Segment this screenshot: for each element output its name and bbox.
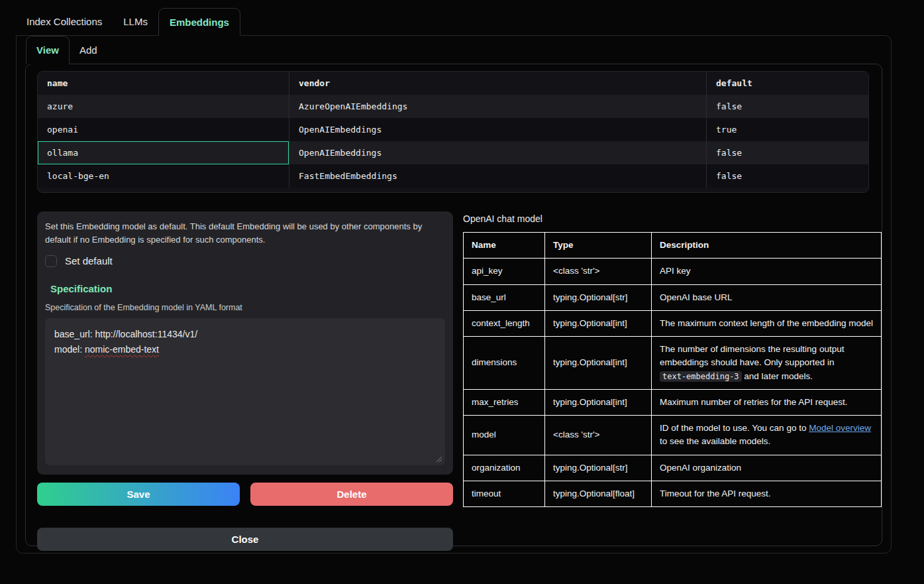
tab-llms[interactable]: LLMs [113,8,158,35]
view-tab-panel: namevendordefaultazureAzureOpenAIEmbeddi… [25,64,882,546]
docs-cell-name: max_retries [464,389,545,415]
docs-cell-type: typing.Optional[int] [545,310,652,336]
docs-cell-description: The number of dimensions the resulting o… [652,337,882,390]
docs-cell-name: context_length [464,310,545,336]
table-row[interactable]: ollamaOpenAIEmbeddingsfalse [38,141,868,164]
sub-tabbar: ViewAdd [26,36,891,64]
set-default-description: Set this Embedding model as default. Thi… [45,220,445,247]
docs-cell-type: typing.Optional[int] [545,337,652,390]
main-tabbar: Index CollectionsLLMsEmbeddings [16,8,924,35]
set-default-checkbox[interactable] [45,255,57,267]
model-docs-column: OpenAI chat model NameTypeDescription ap… [463,211,881,551]
column-header-default: default [706,72,868,95]
docs-panel-title: OpenAI chat model [463,213,881,224]
resize-handle-icon[interactable] [436,456,442,463]
docs-row: timeouttyping.Optional[float]Timeout for… [464,481,882,506]
docs-row: api_key<class 'str'>API key [464,259,882,284]
docs-cell-name: dimensions [464,337,545,390]
docs-row: max_retriestyping.Optional[int]Maximum n… [464,389,882,415]
docs-cell-name: api_key [464,259,545,284]
cell-name[interactable]: local-bge-en [38,164,289,188]
yaml-editor[interactable]: base_url: http://localhost:11434/v1/mode… [45,318,445,465]
cell-default[interactable]: false [706,164,868,188]
tab-index-collections[interactable]: Index Collections [16,8,113,35]
docs-cell-name: model [464,416,545,455]
embeddings-tab-panel: ViewAdd namevendordefaultazureAzureOpenA… [16,35,892,554]
docs-cell-description: Timeout for the API request. [652,481,882,506]
model-parameters-table: NameTypeDescription api_key<class 'str'>… [463,232,882,507]
subtab-view[interactable]: View [26,36,70,64]
save-button[interactable]: Save [37,483,240,506]
cell-vendor[interactable]: AzureOpenAIEmbeddings [289,95,706,118]
table-row[interactable]: azureAzureOpenAIEmbeddingsfalse [38,95,868,118]
table-row[interactable]: openaiOpenAIEmbeddingstrue [38,118,868,141]
docs-cell-description: ID of the model to use. You can go to Mo… [652,416,882,455]
docs-cell-description: API key [652,259,882,284]
cell-vendor[interactable]: OpenAIEmbeddings [289,118,706,141]
yaml-text: base_url: http://localhost:11434/v1/ [54,329,197,339]
docs-cell-type: typing.Optional[str] [545,455,652,481]
embeddings-table: namevendordefaultazureAzureOpenAIEmbeddi… [37,71,869,193]
docs-row: organizationtyping.Optional[str]OpenAI o… [464,455,882,481]
docs-cell-name: timeout [464,481,545,506]
docs-cell-type: typing.Optional[str] [545,284,652,310]
cell-default[interactable]: false [706,95,868,118]
cell-name[interactable]: azure [38,95,289,118]
docs-cell-description: The maximum context length of the embedd… [652,310,882,336]
cell-vendor[interactable]: FastEmbedEmbeddings [289,164,706,188]
yaml-line: model: nomic-embed-text [54,342,436,357]
cell-default[interactable]: false [706,141,868,164]
docs-row: dimensionstyping.Optional[int]The number… [464,337,882,390]
docs-cell-description: OpenAI organization [652,455,882,481]
column-header-name: name [38,72,289,95]
docs-cell-description: OpenAI base URL [652,284,882,310]
docs-cell-type: typing.Optional[float] [545,481,652,506]
specification-helper-text: Specification of the Embedding model in … [45,303,445,312]
docs-cell-description: Maximum number of retries for the API re… [652,389,882,415]
delete-button[interactable]: Delete [250,483,453,506]
docs-cell-name: organization [464,455,545,481]
specification-heading: Specification [50,283,445,294]
yaml-text: nomic-embed-text [85,344,159,355]
tab-embeddings[interactable]: Embeddings [158,8,240,36]
docs-row: context_lengthtyping.Optional[int]The ma… [464,310,882,336]
cell-name[interactable]: openai [38,118,289,141]
table-row[interactable]: local-bge-enFastEmbedEmbeddingsfalse [38,164,868,188]
docs-cell-name: base_url [464,284,545,310]
edit-column: Set this Embedding model as default. Thi… [37,211,453,551]
embeddings-table-header: namevendordefault [38,72,868,95]
column-header-vendor: vendor [289,72,706,95]
close-button[interactable]: Close [37,528,453,551]
docs-cell-type: <class 'str'> [545,416,652,455]
docs-cell-type: typing.Optional[int] [545,389,652,415]
cell-default[interactable]: true [706,118,868,141]
yaml-text: model: [54,344,85,355]
inline-code: text-embedding-3 [660,371,742,382]
docs-link[interactable]: Model overview [809,423,871,433]
subtab-add[interactable]: Add [70,36,107,64]
docs-column-header-type: Type [545,233,652,259]
docs-row: model<class 'str'>ID of the model to use… [464,416,882,455]
cell-vendor[interactable]: OpenAIEmbeddings [289,141,706,164]
docs-column-header-description: Description [652,233,882,259]
docs-cell-type: <class 'str'> [545,259,652,284]
yaml-line: base_url: http://localhost:11434/v1/ [54,327,436,341]
docs-column-header-name: Name [464,233,545,259]
docs-row: base_urltyping.Optional[str]OpenAI base … [464,284,882,310]
cell-name[interactable]: ollama [38,141,289,164]
default-config-panel: Set this Embedding model as default. Thi… [37,211,453,475]
set-default-label: Set default [65,255,113,266]
